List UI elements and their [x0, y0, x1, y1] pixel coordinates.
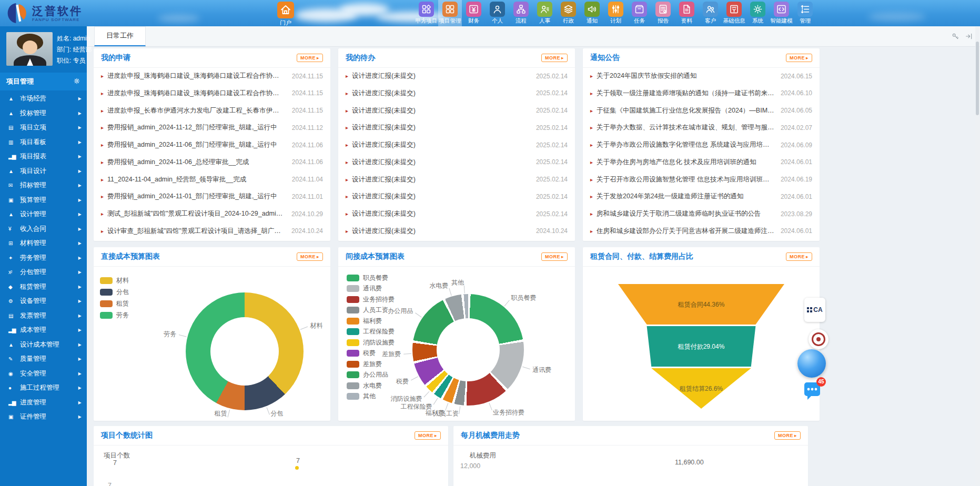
sidebar-item[interactable]: ▣预算管理▶ — [0, 193, 87, 208]
list-item[interactable]: ▸设计进度汇报(未提交)2024.10.24 — [346, 227, 568, 236]
top-nav-item[interactable]: 项目管理 — [438, 0, 462, 26]
list-item[interactable]: ▸进度款申报_珠海鹤港口建设_珠海鹤港口建设工程合作协议书_admin_...2… — [101, 89, 323, 98]
top-nav-item[interactable]: 智能建模 — [770, 0, 793, 26]
sidebar-item[interactable]: ✦劳务管理▶ — [0, 251, 87, 266]
legend-item[interactable]: 业务招待费 — [347, 294, 395, 305]
sidebar-item[interactable]: ⚙设备管理▶ — [0, 294, 87, 309]
sidebar-item[interactable]: ▂▆成本管理▶ — [0, 323, 87, 338]
sidebar-item[interactable]: ▲市场经营▶ — [0, 92, 87, 106]
legend-item[interactable]: 消防设施费 — [347, 337, 395, 348]
list-item[interactable]: ▸关于发放2024年第24批一级建造师注册证书的通知2024.06.01 — [590, 192, 812, 201]
list-item[interactable]: ▸房和城乡建设厅关于取消二级建造师临时执业证书的公告2023.08.29 — [590, 209, 812, 218]
sidebar-item[interactable]: ▣证件管理▶ — [0, 410, 87, 424]
collapse-panel-icon[interactable] — [965, 33, 973, 40]
list-item[interactable]: ▸关于举办住房与房地产信息化 技术及应用培训班的通知2024.06.01 — [590, 158, 812, 167]
more-button[interactable]: MORE ▸ — [786, 54, 812, 62]
sidebar-item[interactable]: ▲设计管理▶ — [0, 207, 87, 222]
top-nav-item[interactable]: 客户 — [699, 0, 722, 26]
sidebar-item[interactable]: ⊞材料管理▶ — [0, 236, 87, 251]
legend-item[interactable]: 办公用品 — [347, 370, 395, 381]
legend-item[interactable]: 租赁 — [100, 298, 129, 309]
top-nav-item[interactable]: 报告 — [651, 0, 675, 26]
legend-item[interactable]: 工程保险费 — [347, 327, 395, 338]
sidebar-item[interactable]: ▲投标管理▶ — [0, 106, 87, 121]
sidebar-item[interactable]: ✉招标管理▶ — [0, 178, 87, 193]
top-nav-item[interactable]: 管理 — [793, 0, 817, 26]
top-nav-item[interactable]: 流程 — [509, 0, 533, 26]
top-nav-item[interactable]: 系统 — [746, 0, 770, 26]
list-item[interactable]: ▸设计进度汇报(未提交)2025.02.14 — [346, 106, 568, 115]
sidebar-item[interactable]: ▤项目立项▶ — [0, 120, 87, 135]
list-item[interactable]: ▸关于2024年国庆节放假安排的通知2024.06.15 — [590, 72, 812, 80]
more-button[interactable]: MORE ▸ — [786, 252, 812, 261]
list-item[interactable]: ▸11_2024-11-04_admin_经营部_领导审批__完成2024.11… — [101, 175, 323, 184]
list-item[interactable]: ▸费用报销_admin_2024-11-06_总经理审批__完成2024.11.… — [101, 158, 323, 167]
top-nav-item[interactable]: 资料 — [675, 0, 699, 26]
message-button[interactable]: 45 — [802, 381, 823, 403]
legend-item[interactable]: 差旅费 — [347, 359, 395, 370]
tab-daily-work[interactable]: 日常工作 — [94, 26, 146, 46]
list-item[interactable]: ▸设计进度汇报(未提交)2025.02.14 — [346, 209, 568, 218]
top-nav-item[interactable]: 财务 — [462, 0, 486, 26]
sidebar-item[interactable]: ✎质量管理▶ — [0, 352, 87, 367]
sidebar-section-header[interactable]: 项目管理 — [0, 73, 87, 90]
key-icon[interactable] — [952, 33, 959, 40]
sidebar-item[interactable]: ▂▆项目报表▶ — [0, 149, 87, 164]
sidebar-item[interactable]: ▂▆进度管理▶ — [0, 396, 87, 410]
legend-item[interactable]: 劳务 — [100, 309, 129, 321]
list-item[interactable]: ▸进度款申报_珠海鹤港口建设_珠海鹤港口建设工程合作协议书_admin_...2… — [101, 72, 323, 80]
more-button[interactable]: MORE ▸ — [297, 54, 323, 62]
more-button[interactable]: MORE ▸ — [415, 431, 441, 440]
sidebar-item[interactable]: ¥收入合同▶ — [0, 222, 87, 237]
sidebar-item[interactable]: ▲设计成本管理▶ — [0, 338, 87, 352]
sidebar-item[interactable]: ▤发票管理▶ — [0, 309, 87, 323]
top-nav-item[interactable]: 甲方项目 — [415, 0, 438, 26]
legend-item[interactable]: 其他 — [347, 391, 395, 402]
top-nav-item[interactable]: 计划 — [604, 0, 628, 26]
top-nav-item[interactable]: 任务 — [628, 0, 651, 26]
list-item[interactable]: ▸关于领取一级注册建造师增项贴的通知（须持一建证书前来领取）2024.06.10 — [590, 89, 812, 98]
top-nav-item[interactable]: 通知 — [580, 0, 604, 26]
top-nav-item[interactable]: 行政 — [557, 0, 580, 26]
legend-item[interactable]: 水电费 — [347, 380, 395, 391]
top-nav-item[interactable]: 人事 — [533, 0, 557, 26]
top-nav-item[interactable]: 个人 — [486, 0, 509, 26]
sidebar-item[interactable]: ◉安全管理▶ — [0, 367, 87, 381]
sidebar-item[interactable]: ▲项目设计▶ — [0, 164, 87, 179]
list-item[interactable]: ▸费用报销_admin_2024-11-01_部门经理审批_胡建,_运行中202… — [101, 192, 323, 201]
scrollbar-thumb[interactable] — [976, 42, 979, 115]
list-item[interactable]: ▸设计进度汇报(未提交)2025.02.14 — [346, 192, 568, 201]
list-item[interactable]: ▸关于举办大数据、云计算技术在城市建设、规划、管理与服务中的应用培训班...20… — [590, 123, 812, 132]
top-nav-item[interactable]: 基础信息 — [722, 0, 746, 26]
legend-item[interactable]: 福利费 — [347, 316, 395, 327]
list-item[interactable]: ▸设计进度汇报(未提交)2025.02.14 — [346, 72, 568, 80]
more-button[interactable]: MORE ▸ — [541, 252, 568, 261]
list-item[interactable]: ▸设计进度汇报(未提交)2025.02.14 — [346, 175, 568, 184]
list-item[interactable]: ▸测试_彭祖新城"四馆"景观工程设计项目_2024-10-29_admin_结束… — [101, 209, 323, 218]
page-scrollbar[interactable] — [975, 27, 979, 485]
sidebar-item[interactable]: ●施工过程管理▶ — [0, 381, 87, 396]
list-item[interactable]: ▸住房和城乡建设部办公厅关于同意吉林省开展二级建造师注册证书电子化试点...20… — [590, 227, 812, 236]
more-button[interactable]: MORE ▸ — [541, 54, 568, 62]
sidebar-item[interactable]: ▥项目看板▶ — [0, 135, 87, 150]
list-item[interactable]: ▸设计进度汇报(未提交)2025.02.14 — [346, 140, 568, 149]
legend-item[interactable]: 分包 — [100, 286, 129, 298]
list-item[interactable]: ▸设计进度汇报(未提交)2025.02.14 — [346, 89, 568, 98]
legend-item[interactable]: 材料 — [100, 275, 129, 286]
funnel-slice[interactable]: 租赁合同44.36% — [618, 284, 784, 325]
more-button[interactable]: MORE ▸ — [297, 252, 323, 261]
assistant-ball-button[interactable] — [797, 349, 826, 378]
legend-item[interactable]: 通讯费 — [347, 284, 395, 295]
funnel-slice[interactable]: 租赁结算26.6% — [618, 368, 784, 409]
sidebar-item[interactable]: x²分包管理▶ — [0, 265, 87, 280]
list-item[interactable]: ▸于征集《中国建筑施工行业信息化发展报告（2024）—BIM应用与发展》材料..… — [590, 106, 812, 115]
nav-item-portal[interactable]: 门户 — [274, 2, 298, 26]
list-item[interactable]: ▸设计审查_彭祖新城"四馆"景观工程设计项目_请选择_胡广生_2024-10-2… — [101, 227, 323, 236]
sidebar-item[interactable]: ◆租赁管理▶ — [0, 280, 87, 295]
gear-icon[interactable] — [73, 77, 80, 86]
ca-certificate-button[interactable]: CA — [804, 298, 825, 322]
list-item[interactable]: ▸设计进度汇报(未提交)2025.02.14 — [346, 158, 568, 167]
list-item[interactable]: ▸关于举办市政公用设施数字化管理信息 系统建设与应用培训班的通知2024.06.… — [590, 140, 812, 149]
legend-item[interactable]: 职员餐费 — [347, 272, 395, 284]
seal-widget-button[interactable] — [809, 329, 829, 349]
